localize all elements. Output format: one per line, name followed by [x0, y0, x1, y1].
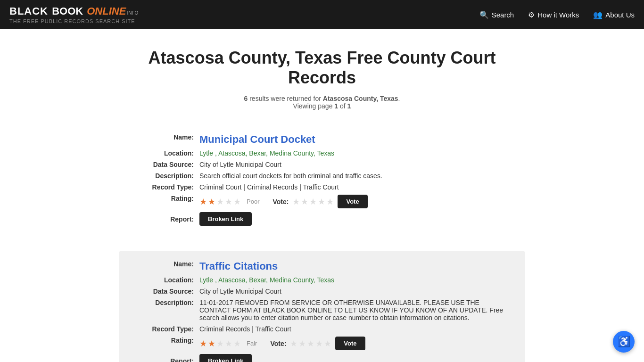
logo-info: INFO — [127, 10, 138, 16]
site-header: BLACK BOOK ONLINE INFO THE FREE PUBLIC R… — [0, 0, 644, 29]
vote-button-2[interactable]: Vote — [335, 337, 365, 350]
vote-star-1-4[interactable]: ★ — [318, 197, 325, 207]
vote-section-1: Vote: ★ ★ ★ ★ ★ Vote — [272, 195, 367, 208]
star-1-4: ★ — [225, 197, 232, 207]
description-value-1: Search official court dockets for both c… — [199, 172, 511, 180]
vote-star-1-3[interactable]: ★ — [309, 197, 317, 207]
gear-icon: ⚙ — [528, 10, 535, 19]
vote-star-2-5[interactable]: ★ — [324, 338, 331, 349]
logo-subtitle: THE FREE PUBLIC RECORDS SEARCH SITE — [9, 18, 138, 24]
vote-stars-1: ★ ★ ★ ★ ★ — [292, 197, 334, 207]
vote-star-1-2[interactable]: ★ — [301, 197, 308, 207]
star-1-1: ★ — [199, 197, 207, 207]
recordtype-label-1: Record Type: — [133, 183, 199, 191]
star-1-3: ★ — [216, 197, 224, 207]
logo-black: BLACK — [9, 5, 48, 17]
report-row-1: Report: Broken Link — [133, 212, 511, 226]
vote-star-2-4[interactable]: ★ — [315, 338, 323, 349]
name-label-1: Name: — [133, 133, 199, 141]
page-title: Atascosa County, Texas Free County Court… — [119, 48, 525, 88]
vote-star-1-5[interactable]: ★ — [326, 197, 334, 207]
rating-stars-row-2: ★ ★ ★ ★ ★ Fair Vote: ★ ★ ★ ★ ★ V — [199, 337, 365, 350]
datasource-value-1: City of Lytle Municipal Court — [199, 161, 511, 168]
record-datasource-row-1: Data Source: City of Lytle Municipal Cou… — [133, 161, 511, 168]
vote-star-1-1[interactable]: ★ — [292, 197, 300, 207]
broken-link-button-1[interactable]: Broken Link — [199, 212, 252, 226]
rating-stars-2: ★ ★ ★ ★ ★ — [199, 338, 241, 349]
record-location-row-1: Location: Lytle , Atascosa, Bexar, Medin… — [133, 149, 511, 157]
search-icon: 🔍 — [479, 10, 489, 19]
nav-search[interactable]: 🔍 Search — [479, 10, 514, 19]
location-label-1: Location: — [133, 149, 199, 157]
location-link-2[interactable]: Lytle , Atascosa, Bexar, Medina County, … — [199, 276, 334, 284]
star-2-3: ★ — [216, 338, 224, 349]
logo-book: BOOK — [49, 5, 83, 17]
recordtype-value-1: Criminal Court | Criminal Records | Traf… — [199, 183, 511, 191]
logo-online: ONLINE — [84, 5, 126, 17]
rating-stars-1: ★ ★ ★ ★ ★ — [199, 197, 241, 207]
results-summary: 6 results were returned for Atascosa Cou… — [119, 95, 525, 110]
accessibility-button[interactable]: ♿ — [613, 331, 635, 353]
rating-label-1: Rating: — [133, 195, 199, 202]
rating-label-2: Rating: — [133, 337, 199, 344]
vote-stars-2: ★ ★ ★ ★ ★ — [290, 338, 331, 349]
star-2-4: ★ — [225, 338, 232, 349]
description-label-2: Description: — [133, 299, 199, 306]
star-1-2: ★ — [208, 197, 215, 207]
record-name-row-2: Name: Traffic Citations — [133, 260, 511, 272]
rating-row-1: Rating: ★ ★ ★ ★ ★ Poor Vote: ★ ★ ★ ★ — [133, 195, 511, 208]
location-link-1[interactable]: Lytle , Atascosa, Bexar, Medina County, … — [199, 149, 334, 157]
broken-link-button-2[interactable]: Broken Link — [199, 354, 252, 362]
record-description-row-2: Description: 11-01-2017 REMOVED FROM SER… — [133, 299, 511, 321]
rating-text-2: Fair — [247, 340, 257, 347]
vote-star-2-1[interactable]: ★ — [290, 338, 297, 349]
record-card-2: Name: Traffic Citations Location: Lytle … — [119, 251, 525, 362]
star-2-1: ★ — [199, 338, 207, 349]
name-label-2: Name: — [133, 260, 199, 268]
recordtype-value-2: Criminal Records | Traffic Court — [199, 325, 511, 333]
record-type-row-2: Record Type: Criminal Records | Traffic … — [133, 325, 511, 333]
description-value-2: 11-01-2017 REMOVED FROM SERVICE OR OTHER… — [199, 299, 511, 321]
datasource-label-1: Data Source: — [133, 161, 199, 168]
record-name-row-1: Name: Municipal Court Docket — [133, 133, 511, 146]
rating-row-2: Rating: ★ ★ ★ ★ ★ Fair Vote: ★ ★ ★ ★ — [133, 337, 511, 350]
report-label-2: Report: — [133, 357, 199, 362]
vote-section-2: Vote: ★ ★ ★ ★ ★ Vote — [270, 337, 365, 350]
record-type-row-1: Record Type: Criminal Court | Criminal R… — [133, 183, 511, 191]
main-nav: 🔍 Search ⚙ How it Works 👥 About Us — [479, 10, 635, 19]
vote-star-2-2[interactable]: ★ — [298, 338, 306, 349]
record-datasource-row-2: Data Source: City of Lytle Municipal Cou… — [133, 288, 511, 295]
vote-label-1: Vote: — [272, 198, 289, 206]
record-name-link-2[interactable]: Traffic Citations — [199, 260, 278, 272]
star-2-2: ★ — [208, 338, 215, 349]
logo: BLACK BOOK ONLINE INFO THE FREE PUBLIC R… — [9, 5, 138, 24]
people-icon: 👥 — [593, 10, 603, 19]
vote-button-1[interactable]: Vote — [338, 195, 367, 208]
record-location-row-2: Location: Lytle , Atascosa, Bexar, Medin… — [133, 276, 511, 284]
rating-stars-row-1: ★ ★ ★ ★ ★ Poor Vote: ★ ★ ★ ★ ★ V — [199, 195, 368, 208]
vote-star-2-3[interactable]: ★ — [307, 338, 314, 349]
datasource-value-2: City of Lytle Municipal Court — [199, 288, 511, 295]
rating-text-1: Poor — [247, 198, 259, 205]
star-2-5: ★ — [233, 338, 241, 349]
datasource-label-2: Data Source: — [133, 288, 199, 295]
location-label-2: Location: — [133, 276, 199, 284]
recordtype-label-2: Record Type: — [133, 325, 199, 333]
description-label-1: Description: — [133, 172, 199, 180]
report-row-2: Report: Broken Link — [133, 354, 511, 362]
star-1-5: ★ — [233, 197, 241, 207]
record-card-1: Name: Municipal Court Docket Location: L… — [119, 124, 525, 241]
nav-how-it-works[interactable]: ⚙ How it Works — [528, 10, 579, 19]
nav-about-us[interactable]: 👥 About Us — [593, 10, 635, 19]
main-content: Atascosa County, Texas Free County Court… — [110, 29, 534, 362]
vote-label-2: Vote: — [270, 340, 286, 347]
report-label-1: Report: — [133, 215, 199, 223]
record-name-link-1[interactable]: Municipal Court Docket — [199, 133, 315, 146]
record-description-row-1: Description: Search official court docke… — [133, 172, 511, 180]
